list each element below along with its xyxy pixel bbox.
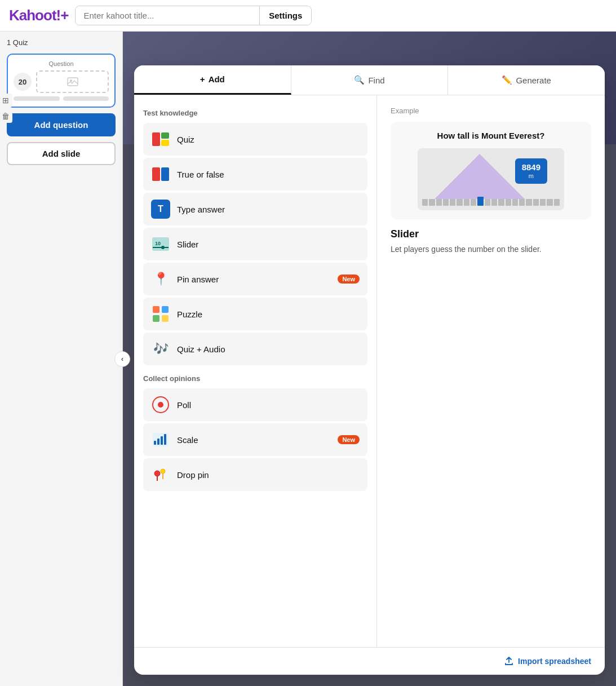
- list-item-poll[interactable]: Poll: [143, 388, 367, 421]
- tab-generate[interactable]: ✏️ Generate: [448, 65, 605, 95]
- test-knowledge-label: Test knowledge: [143, 109, 367, 117]
- svg-rect-12: [162, 306, 169, 313]
- svg-rect-18: [154, 441, 156, 445]
- tab-find-label: Find: [368, 76, 384, 85]
- svg-rect-4: [161, 140, 169, 146]
- pin-answer-new-badge: New: [338, 275, 360, 284]
- question-card-body: 20: [14, 70, 109, 93]
- list-item-quiz-audio[interactable]: 🎶 Quiz + Audio: [143, 333, 367, 365]
- puzzle-icon: [151, 304, 170, 324]
- svg-rect-3: [161, 132, 169, 139]
- tab-generate-label: Generate: [516, 76, 551, 85]
- svg-rect-2: [152, 132, 160, 146]
- drop-pin-icon: [151, 465, 170, 484]
- example-card: How tall is Mount Everest? 8849 m: [391, 122, 591, 219]
- content-area: Start ty + Add 🔍 Find ✏️ Generate: [123, 32, 616, 686]
- svg-point-22: [154, 471, 160, 476]
- question-label: Question: [48, 60, 73, 67]
- question-card[interactable]: Question 20: [7, 54, 116, 108]
- settings-button[interactable]: Settings: [259, 6, 311, 25]
- true-or-false-label: True or false: [177, 170, 224, 179]
- quiz-icon: [151, 130, 170, 149]
- logo: Kahoot!+: [9, 7, 68, 24]
- quiz-audio-icon: 🎶: [151, 339, 170, 359]
- list-item-puzzle[interactable]: Puzzle: [143, 298, 367, 330]
- main-layout: 1 Quiz Question 20 ⊞ 🗑 Add question Add …: [0, 32, 616, 686]
- question-image-placeholder: [36, 70, 109, 93]
- list-item-quiz[interactable]: Quiz: [143, 123, 367, 156]
- type-answer-icon: T: [151, 200, 170, 219]
- pin-answer-label: Pin answer: [177, 275, 219, 284]
- tab-find[interactable]: 🔍 Find: [291, 65, 449, 95]
- drop-pin-label: Drop pin: [177, 470, 209, 480]
- header: Kahoot!+ Settings: [0, 0, 616, 32]
- svg-rect-13: [153, 315, 159, 322]
- list-item-slider[interactable]: 10 Slider: [143, 228, 367, 260]
- pin-answer-icon: 📍: [151, 269, 170, 289]
- collect-opinions-label: Collect opinions: [143, 374, 367, 383]
- kahoot-title-input[interactable]: [76, 6, 259, 25]
- quiz-label-text: Quiz: [177, 135, 194, 144]
- svg-rect-14: [162, 315, 169, 322]
- svg-point-16: [158, 402, 163, 408]
- puzzle-label: Puzzle: [177, 309, 202, 319]
- sidebar: 1 Quiz Question 20 ⊞ 🗑 Add question Add …: [0, 32, 123, 686]
- svg-rect-21: [164, 434, 166, 445]
- svg-rect-19: [157, 439, 159, 445]
- example-title: Slider: [391, 228, 591, 240]
- sidebar-collapse-button[interactable]: ‹: [114, 351, 130, 367]
- pencil-icon: ✏️: [502, 75, 512, 85]
- list-item-scale[interactable]: Scale New: [143, 423, 367, 456]
- poll-label: Poll: [177, 400, 191, 410]
- poll-icon: [151, 395, 170, 414]
- tab-add-label: Add: [209, 74, 225, 84]
- list-item-type-answer[interactable]: T Type answer: [143, 193, 367, 225]
- example-desc: Let players guess the number on the slid…: [391, 244, 591, 255]
- slider-label: Slider: [177, 240, 198, 249]
- import-spreadsheet-label: Import spreadsheet: [518, 657, 591, 666]
- question-line-2: [63, 96, 109, 101]
- question-lines: [14, 96, 109, 101]
- upload-icon: [504, 657, 513, 666]
- add-slide-button[interactable]: Add slide: [7, 142, 116, 165]
- panel-body: Test knowledge Quiz True or false: [134, 95, 605, 647]
- add-panel: + Add 🔍 Find ✏️ Generate Test knowledge: [134, 65, 605, 675]
- quiz-label: 1 Quiz: [7, 38, 116, 47]
- tab-add[interactable]: + Add: [134, 65, 291, 95]
- example-value: 8849: [522, 162, 540, 172]
- panel-example: Example How tall is Mount Everest? 8849: [376, 95, 605, 647]
- list-item-true-or-false[interactable]: True or false: [143, 158, 367, 191]
- panel-tabs: + Add 🔍 Find ✏️ Generate: [134, 65, 605, 95]
- svg-rect-0: [68, 78, 78, 86]
- example-question: How tall is Mount Everest?: [402, 131, 580, 140]
- example-unit: m: [522, 172, 540, 180]
- sidebar-trash-icon[interactable]: 🗑: [0, 109, 12, 123]
- svg-point-24: [161, 469, 165, 473]
- svg-rect-6: [161, 167, 169, 181]
- search-icon: 🔍: [354, 75, 365, 85]
- add-question-button[interactable]: Add question: [7, 113, 116, 136]
- slider-illustration: 8849 m: [402, 148, 580, 210]
- sidebar-monitor-icon[interactable]: ⊞: [0, 94, 12, 107]
- scale-icon: [151, 430, 170, 449]
- quiz-audio-label: Quiz + Audio: [177, 344, 225, 354]
- list-item-drop-pin[interactable]: Drop pin: [143, 458, 367, 491]
- example-label: Example: [391, 107, 591, 115]
- type-answer-label: Type answer: [177, 205, 225, 214]
- list-item-pin-answer[interactable]: 📍 Pin answer New: [143, 263, 367, 295]
- question-number: 20: [14, 73, 32, 91]
- true-or-false-icon: [151, 165, 170, 184]
- plus-icon: +: [200, 74, 205, 84]
- import-spreadsheet-button[interactable]: Import spreadsheet: [504, 657, 591, 666]
- svg-point-10: [161, 246, 165, 249]
- import-section: Import spreadsheet: [134, 647, 605, 675]
- title-bar: Settings: [75, 6, 312, 25]
- svg-rect-20: [161, 436, 163, 445]
- question-line-1: [14, 96, 60, 101]
- slider-icon: 10: [151, 234, 170, 254]
- panel-list: Test knowledge Quiz True or false: [134, 95, 376, 647]
- scale-label: Scale: [177, 435, 198, 445]
- svg-rect-5: [152, 167, 160, 181]
- svg-rect-11: [153, 306, 159, 313]
- svg-text:10: 10: [155, 241, 161, 246]
